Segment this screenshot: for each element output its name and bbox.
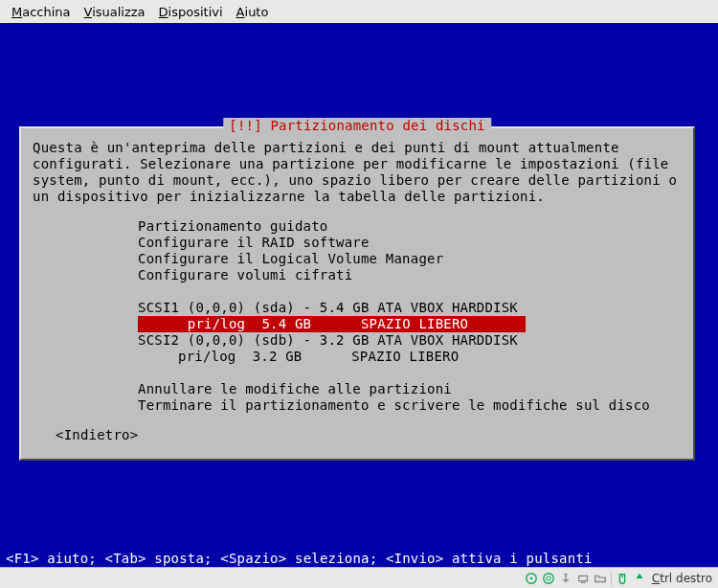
hostkey-label: Ctrl destro bbox=[652, 572, 712, 585]
partition-line: pri/log 5.4 GB SPAZIO LIBERO bbox=[138, 316, 526, 332]
menu-undo[interactable]: Annullare le modifiche alle partizioni bbox=[33, 381, 682, 397]
menu-label: acchina bbox=[22, 5, 70, 19]
menu-guided[interactable]: Partizionamento guidato bbox=[33, 218, 682, 235]
dialog-description: Questa è un'anteprima delle partizioni e… bbox=[33, 140, 682, 205]
menu-raid[interactable]: Configurare il RAID software bbox=[33, 235, 682, 251]
svg-point-2 bbox=[544, 573, 554, 583]
installer-screen: [!!] Partizionamento dei dischi Questa è… bbox=[0, 23, 718, 567]
spacer bbox=[33, 283, 682, 300]
menu-finish[interactable]: Terminare il partizionamento e scrivere … bbox=[33, 397, 682, 414]
shared-folder-icon bbox=[594, 572, 607, 585]
optical-icon bbox=[542, 572, 555, 585]
partition-row-sda-free[interactable]: pri/log 5.4 GB SPAZIO LIBERO bbox=[33, 316, 682, 332]
disk-header-sdb[interactable]: SCSI2 (0,0,0) (sdb) - 3.2 GB ATA VBOX HA… bbox=[33, 332, 682, 349]
svg-point-1 bbox=[530, 577, 533, 579]
menu-label: iuto bbox=[245, 5, 269, 19]
statusbar: Ctrl destro bbox=[0, 567, 718, 588]
menu-lvm[interactable]: Configurare il Logical Volume Manager bbox=[33, 251, 682, 267]
menu-macchina[interactable]: Macchina bbox=[6, 3, 77, 21]
menu-label: ispositivi bbox=[168, 5, 223, 19]
svg-rect-4 bbox=[578, 576, 587, 580]
menu-dispositivi[interactable]: Dispositivi bbox=[153, 3, 229, 21]
partition-row-sdb-free[interactable]: pri/log 3.2 GB SPAZIO LIBERO bbox=[33, 349, 682, 365]
keyboard-capture-icon bbox=[633, 572, 646, 585]
menu-crypt[interactable]: Configurare volumi cifrati bbox=[33, 267, 682, 283]
hint-bar: <F1> aiuto; <Tab> sposta; <Spazio> selez… bbox=[0, 550, 718, 567]
dialog-title: [!!] Partizionamento dei dischi bbox=[223, 118, 491, 134]
spacer bbox=[33, 365, 682, 381]
network-icon bbox=[576, 572, 590, 585]
partition-dialog: [!!] Partizionamento dei dischi Questa è… bbox=[19, 126, 695, 461]
svg-point-3 bbox=[547, 576, 550, 579]
usb-icon bbox=[559, 572, 572, 585]
menu-visualizza[interactable]: Visualizza bbox=[79, 3, 151, 21]
partition-menu: Partizionamento guidato Configurare il R… bbox=[33, 218, 682, 414]
disk-icon bbox=[525, 572, 538, 585]
separator bbox=[611, 572, 612, 585]
menu-label: isualizza bbox=[92, 5, 145, 19]
status-icons bbox=[525, 572, 646, 585]
menu-aiuto[interactable]: Aiuto bbox=[231, 3, 275, 21]
menubar: Macchina Visualizza Dispositivi Aiuto bbox=[0, 0, 718, 23]
back-button[interactable]: <Indietro> bbox=[33, 427, 682, 443]
mouse-icon bbox=[616, 572, 629, 585]
disk-header-sda[interactable]: SCSI1 (0,0,0) (sda) - 5.4 GB ATA VBOX HA… bbox=[33, 300, 682, 316]
